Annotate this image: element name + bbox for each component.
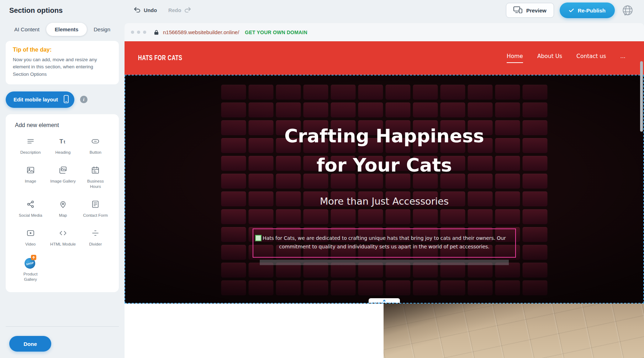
top-toolbar: Section options Undo Redo Preview: [0, 0, 644, 21]
undo-icon: [134, 7, 141, 14]
tab-elements[interactable]: Elements: [46, 23, 87, 36]
next-section: [125, 304, 644, 358]
selected-paragraph-element[interactable]: Hats for Cats, we are dedicated to craft…: [253, 228, 516, 258]
page-title: Section options: [9, 6, 63, 15]
nav-about-us[interactable]: About Us: [537, 53, 562, 63]
social-media-icon: [26, 200, 35, 210]
devices-icon: [513, 6, 522, 14]
next-section-blank: [125, 304, 384, 358]
section-resize-handle[interactable]: [369, 298, 400, 304]
heading-icon: Tt: [59, 137, 67, 147]
redo-icon: [184, 7, 191, 14]
tip-title: Tip of the day:: [13, 47, 112, 53]
add-element-divider[interactable]: Divider: [80, 229, 111, 247]
info-icon[interactable]: i: [80, 96, 88, 103]
window-controls: [131, 31, 146, 34]
add-element-description[interactable]: Description: [15, 137, 46, 155]
image-icon: [26, 166, 35, 176]
tip-body: Now you can add, move and resize any ele…: [13, 56, 106, 78]
redo-button[interactable]: Redo: [168, 7, 191, 14]
topbar-actions: Preview Re-Publish: [506, 2, 635, 18]
window-control-dot: [143, 31, 146, 34]
republish-button[interactable]: Re-Publish: [560, 2, 615, 18]
next-section-image[interactable]: [384, 304, 644, 358]
add-element-title: Add new element: [15, 122, 111, 128]
window-control-dot: [131, 31, 134, 34]
section-options-sidebar: AI Content Elements Design Tip of the da…: [0, 21, 125, 358]
site-header: HATS FOR CATS Home About Us Contact us .…: [125, 41, 644, 75]
add-element-business-hours[interactable]: Business Hours: [80, 166, 111, 189]
paragraph-shadow-bar: [260, 260, 509, 265]
preview-button[interactable]: Preview: [506, 3, 554, 18]
nav-more-menu[interactable]: ...: [620, 53, 625, 63]
add-element-image-gallery[interactable]: Image Gallery: [47, 166, 78, 189]
check-icon: [569, 7, 574, 14]
undo-button[interactable]: Undo: [134, 7, 157, 14]
site-nav: Home About Us Contact us ...: [507, 53, 630, 63]
element-resize-handle[interactable]: [255, 235, 262, 241]
done-button[interactable]: Done: [9, 336, 51, 352]
map-pin-icon: [59, 200, 67, 210]
video-icon: [26, 229, 35, 239]
add-element-contact-form[interactable]: Contact Form: [80, 200, 111, 218]
sidebar-divider: [6, 326, 119, 327]
tip-of-the-day-card: Tip of the day: Now you can add, move an…: [6, 41, 119, 84]
nav-contact-us[interactable]: Contact us: [576, 53, 606, 63]
lock-icon: [154, 30, 159, 35]
builder-canvas: n1566589.websitebuilder.online/ GET YOUR…: [125, 21, 644, 358]
sidebar-tabs: AI Content Elements Design: [0, 21, 125, 37]
button-icon: [91, 137, 100, 147]
upgrade-arrow-icon: [31, 255, 36, 260]
hero-paragraph[interactable]: Hats for Cats, we are dedicated to craft…: [258, 234, 511, 251]
html-module-icon: [59, 229, 67, 239]
site-preview: HATS FOR CATS Home About Us Contact us .…: [125, 41, 644, 358]
nav-home[interactable]: Home: [507, 53, 523, 63]
element-grid: Description Tt Heading Button: [15, 137, 111, 283]
mobile-layout-row: Edit mobile layout i: [6, 91, 119, 108]
add-element-html-module[interactable]: HTML Module: [47, 229, 78, 247]
svg-text:t: t: [64, 139, 65, 144]
add-element-image[interactable]: Image: [15, 166, 46, 189]
browser-chrome: n1566589.websitebuilder.online/ GET YOUR…: [125, 23, 644, 41]
add-element-product-gallery[interactable]: SHOP Product Gallery: [15, 257, 46, 282]
phone-icon: [64, 95, 69, 104]
language-globe-icon[interactable]: [621, 3, 635, 17]
divider-icon: [91, 229, 100, 239]
add-element-map[interactable]: Map: [47, 200, 78, 218]
image-gallery-icon: [59, 166, 67, 176]
hero-heading[interactable]: Crafting Happiness for Your Cats: [267, 121, 502, 180]
add-element-video[interactable]: Video: [15, 229, 46, 247]
edit-mobile-layout-button[interactable]: Edit mobile layout: [6, 91, 74, 108]
description-icon: [26, 137, 35, 147]
add-element-heading[interactable]: Tt Heading: [47, 137, 78, 155]
add-element-panel: Add new element Description Tt Heading: [6, 114, 119, 293]
add-element-button[interactable]: Button: [80, 137, 111, 155]
website-builder-app: Section options Undo Redo Preview: [0, 0, 644, 358]
window-control-dot: [137, 31, 140, 34]
tab-design[interactable]: Design: [89, 23, 115, 36]
vertical-scrollbar[interactable]: [640, 43, 643, 358]
history-controls: Undo Redo: [134, 7, 191, 14]
business-hours-icon: [91, 166, 100, 176]
site-logo[interactable]: HATS FOR CATS: [138, 54, 182, 62]
scrollbar-thumb[interactable]: [640, 61, 643, 132]
hero-section-selected[interactable]: Crafting Happiness for Your Cats More th…: [125, 75, 644, 304]
svg-text:T: T: [59, 138, 63, 145]
add-element-social-media[interactable]: Social Media: [15, 200, 46, 218]
site-url[interactable]: n1566589.websitebuilder.online/: [163, 29, 239, 35]
tab-ai-content[interactable]: AI Content: [9, 23, 44, 36]
product-gallery-icon: SHOP: [24, 257, 37, 269]
get-domain-link[interactable]: GET YOUR OWN DOMAIN: [245, 30, 307, 35]
hero-subheading[interactable]: More than Just Accessories: [125, 196, 643, 207]
contact-form-icon: [91, 200, 100, 210]
